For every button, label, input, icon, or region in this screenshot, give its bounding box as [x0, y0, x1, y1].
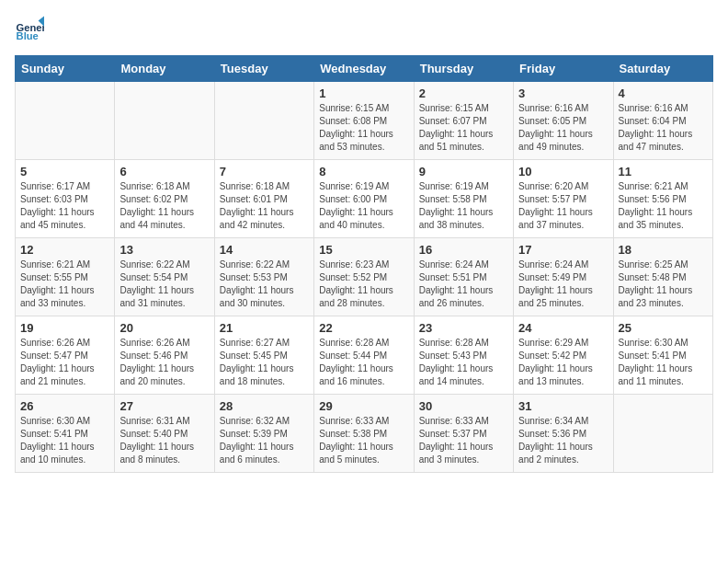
cell-info: Sunrise: 6:30 AM Sunset: 5:41 PM Dayligh…: [619, 337, 708, 388]
day-number: 22: [319, 321, 408, 335]
svg-text:Blue: Blue: [17, 30, 39, 41]
calendar-cell: 17Sunrise: 6:24 AM Sunset: 5:49 PM Dayli…: [514, 238, 613, 316]
day-number: 7: [220, 165, 309, 178]
cell-info: Sunrise: 6:29 AM Sunset: 5:42 PM Dayligh…: [518, 337, 608, 388]
day-number: 31: [518, 399, 608, 413]
calendar-cell: 22Sunrise: 6:28 AM Sunset: 5:44 PM Dayli…: [314, 316, 414, 395]
calendar-week-4: 19Sunrise: 6:26 AM Sunset: 5:47 PM Dayli…: [16, 316, 713, 395]
day-number: 13: [119, 243, 209, 257]
day-number: 2: [419, 86, 508, 100]
day-header-thursday: Thursday: [414, 56, 513, 82]
cell-info: Sunrise: 6:27 AM Sunset: 5:45 PM Dayligh…: [220, 337, 309, 388]
cell-info: Sunrise: 6:28 AM Sunset: 5:43 PM Dayligh…: [419, 337, 508, 388]
calendar-cell: 30Sunrise: 6:33 AM Sunset: 5:37 PM Dayli…: [414, 395, 513, 473]
day-number: 18: [619, 243, 708, 257]
cell-info: Sunrise: 6:17 AM Sunset: 6:03 PM Dayligh…: [20, 180, 109, 232]
calendar-cell: [613, 395, 712, 473]
cell-info: Sunrise: 6:19 AM Sunset: 6:00 PM Dayligh…: [319, 180, 408, 232]
logo-icon: General Blue: [15, 15, 44, 44]
cell-info: Sunrise: 6:33 AM Sunset: 5:37 PM Dayligh…: [419, 415, 508, 466]
cell-info: Sunrise: 6:18 AM Sunset: 6:02 PM Dayligh…: [119, 180, 209, 232]
day-number: 10: [518, 165, 608, 178]
day-number: 4: [619, 86, 708, 100]
calendar-cell: 13Sunrise: 6:22 AM Sunset: 5:54 PM Dayli…: [115, 238, 214, 316]
calendar-week-3: 12Sunrise: 6:21 AM Sunset: 5:55 PM Dayli…: [16, 238, 713, 316]
day-number: 6: [119, 165, 209, 178]
calendar-week-2: 5Sunrise: 6:17 AM Sunset: 6:03 PM Daylig…: [16, 160, 713, 238]
calendar-cell: 16Sunrise: 6:24 AM Sunset: 5:51 PM Dayli…: [414, 238, 513, 316]
calendar-cell: 15Sunrise: 6:23 AM Sunset: 5:52 PM Dayli…: [314, 238, 414, 316]
page-header: General Blue: [15, 15, 713, 44]
cell-info: Sunrise: 6:25 AM Sunset: 5:48 PM Dayligh…: [619, 259, 708, 310]
day-number: 12: [20, 243, 109, 257]
day-number: 24: [518, 321, 608, 335]
calendar-cell: 25Sunrise: 6:30 AM Sunset: 5:41 PM Dayli…: [613, 316, 712, 395]
cell-info: Sunrise: 6:16 AM Sunset: 6:04 PM Dayligh…: [619, 102, 708, 154]
cell-info: Sunrise: 6:19 AM Sunset: 5:58 PM Dayligh…: [419, 180, 508, 232]
cell-info: Sunrise: 6:31 AM Sunset: 5:40 PM Dayligh…: [119, 415, 209, 466]
calendar-header-row: SundayMondayTuesdayWednesdayThursdayFrid…: [16, 56, 713, 82]
cell-info: Sunrise: 6:22 AM Sunset: 5:54 PM Dayligh…: [119, 259, 209, 310]
calendar-cell: 14Sunrise: 6:22 AM Sunset: 5:53 PM Dayli…: [214, 238, 313, 316]
calendar-cell: 6Sunrise: 6:18 AM Sunset: 6:02 PM Daylig…: [115, 160, 214, 238]
calendar-cell: 23Sunrise: 6:28 AM Sunset: 5:43 PM Dayli…: [414, 316, 513, 395]
cell-info: Sunrise: 6:26 AM Sunset: 5:47 PM Dayligh…: [20, 337, 109, 388]
day-number: 23: [419, 321, 508, 335]
calendar-cell: 24Sunrise: 6:29 AM Sunset: 5:42 PM Dayli…: [514, 316, 613, 395]
day-number: 16: [419, 243, 508, 257]
calendar-cell: 26Sunrise: 6:30 AM Sunset: 5:41 PM Dayli…: [16, 395, 115, 473]
calendar-cell: 19Sunrise: 6:26 AM Sunset: 5:47 PM Dayli…: [16, 316, 115, 395]
calendar-cell: 11Sunrise: 6:21 AM Sunset: 5:56 PM Dayli…: [613, 160, 712, 238]
day-number: 8: [319, 165, 408, 178]
day-header-wednesday: Wednesday: [314, 56, 414, 82]
calendar-cell: 12Sunrise: 6:21 AM Sunset: 5:55 PM Dayli…: [16, 238, 115, 316]
day-number: 15: [319, 243, 408, 257]
day-number: 11: [619, 165, 708, 178]
day-number: 25: [619, 321, 708, 335]
calendar-cell: 9Sunrise: 6:19 AM Sunset: 5:58 PM Daylig…: [414, 160, 513, 238]
day-number: 27: [119, 399, 209, 413]
day-header-tuesday: Tuesday: [214, 56, 313, 82]
day-header-monday: Monday: [115, 56, 214, 82]
day-number: 20: [119, 321, 209, 335]
cell-info: Sunrise: 6:22 AM Sunset: 5:53 PM Dayligh…: [220, 259, 309, 310]
calendar-cell: 20Sunrise: 6:26 AM Sunset: 5:46 PM Dayli…: [115, 316, 214, 395]
cell-info: Sunrise: 6:15 AM Sunset: 6:07 PM Dayligh…: [419, 102, 508, 154]
calendar-cell: [16, 82, 115, 160]
cell-info: Sunrise: 6:18 AM Sunset: 6:01 PM Dayligh…: [220, 180, 309, 232]
calendar-cell: 7Sunrise: 6:18 AM Sunset: 6:01 PM Daylig…: [214, 160, 313, 238]
cell-info: Sunrise: 6:21 AM Sunset: 5:56 PM Dayligh…: [619, 180, 708, 232]
cell-info: Sunrise: 6:16 AM Sunset: 6:05 PM Dayligh…: [518, 102, 608, 154]
cell-info: Sunrise: 6:32 AM Sunset: 5:39 PM Dayligh…: [220, 415, 309, 466]
calendar-table: SundayMondayTuesdayWednesdayThursdayFrid…: [15, 55, 713, 473]
day-number: 9: [419, 165, 508, 178]
cell-info: Sunrise: 6:28 AM Sunset: 5:44 PM Dayligh…: [319, 337, 408, 388]
day-number: 30: [419, 399, 508, 413]
calendar-cell: 8Sunrise: 6:19 AM Sunset: 6:00 PM Daylig…: [314, 160, 414, 238]
calendar-cell: 28Sunrise: 6:32 AM Sunset: 5:39 PM Dayli…: [214, 395, 313, 473]
calendar-cell: 29Sunrise: 6:33 AM Sunset: 5:38 PM Dayli…: [314, 395, 414, 473]
day-header-saturday: Saturday: [613, 56, 712, 82]
day-number: 28: [220, 399, 309, 413]
cell-info: Sunrise: 6:23 AM Sunset: 5:52 PM Dayligh…: [319, 259, 408, 310]
day-number: 26: [20, 399, 109, 413]
cell-info: Sunrise: 6:33 AM Sunset: 5:38 PM Dayligh…: [319, 415, 408, 466]
cell-info: Sunrise: 6:15 AM Sunset: 6:08 PM Dayligh…: [319, 102, 408, 154]
day-number: 29: [319, 399, 408, 413]
calendar-cell: 4Sunrise: 6:16 AM Sunset: 6:04 PM Daylig…: [613, 82, 712, 160]
calendar-cell: 1Sunrise: 6:15 AM Sunset: 6:08 PM Daylig…: [314, 82, 414, 160]
day-number: 1: [319, 86, 408, 100]
day-number: 5: [20, 165, 109, 178]
calendar-cell: 27Sunrise: 6:31 AM Sunset: 5:40 PM Dayli…: [115, 395, 214, 473]
day-number: 14: [220, 243, 309, 257]
calendar-cell: 5Sunrise: 6:17 AM Sunset: 6:03 PM Daylig…: [16, 160, 115, 238]
calendar-week-1: 1Sunrise: 6:15 AM Sunset: 6:08 PM Daylig…: [16, 82, 713, 160]
day-number: 3: [518, 86, 608, 100]
cell-info: Sunrise: 6:24 AM Sunset: 5:51 PM Dayligh…: [419, 259, 508, 310]
logo: General Blue: [15, 15, 48, 44]
calendar-cell: 3Sunrise: 6:16 AM Sunset: 6:05 PM Daylig…: [514, 82, 613, 160]
calendar-cell: [115, 82, 214, 160]
calendar-cell: 2Sunrise: 6:15 AM Sunset: 6:07 PM Daylig…: [414, 82, 513, 160]
day-number: 19: [20, 321, 109, 335]
calendar-cell: 31Sunrise: 6:34 AM Sunset: 5:36 PM Dayli…: [514, 395, 613, 473]
